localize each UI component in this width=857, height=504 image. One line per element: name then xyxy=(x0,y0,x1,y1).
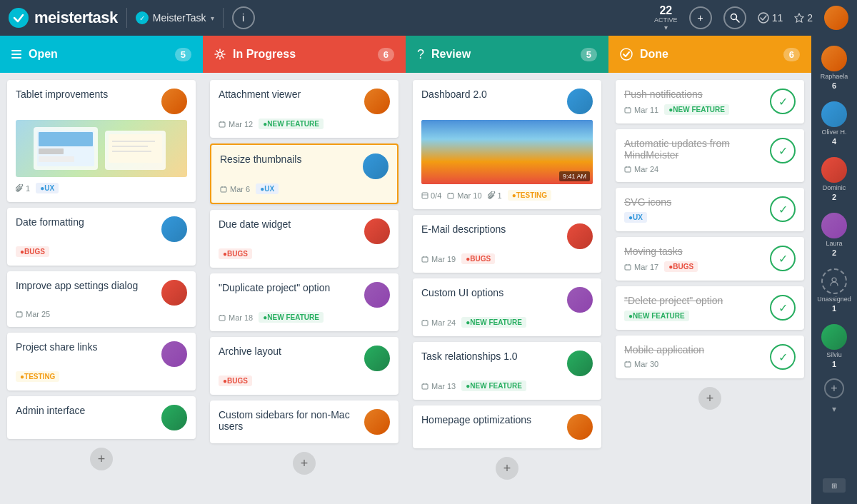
card-title: Tablet improvements xyxy=(16,89,156,100)
card-title: Admin interface xyxy=(16,405,156,416)
card-attachment: 1 xyxy=(16,184,30,193)
svg-rect-10 xyxy=(109,134,162,163)
column-open: Open 5 Tablet improvements xyxy=(0,36,203,504)
card-tag: ●BUGS xyxy=(219,376,252,386)
card-archive-layout[interactable]: Archive layout ●BUGS xyxy=(210,337,399,395)
card-push-notifications[interactable]: Push notifications Mar 11 ●NEW FEATURE ✓ xyxy=(616,80,804,124)
sidebar-add-user-button[interactable]: + xyxy=(824,378,844,398)
card-delete-project[interactable]: "Delete project" option ●NEW FEATURE ✓ xyxy=(616,286,804,330)
card-title: Resize thumbnails xyxy=(220,153,357,165)
tasks-count[interactable]: 11 xyxy=(758,12,783,24)
card-svg-icons[interactable]: SVG icons ●UX ✓ xyxy=(616,188,804,231)
card-attachment: 1 xyxy=(488,191,502,200)
svg-point-17 xyxy=(218,52,222,56)
card-homepage-optimizations[interactable]: Homepage optimizations xyxy=(413,405,601,448)
add-open-card-button[interactable]: + xyxy=(90,448,113,470)
kanban-board: Open 5 Tablet improvements xyxy=(0,36,811,504)
add-inprogress-card-button[interactable]: + xyxy=(293,452,316,475)
card-title: "Delete project" option xyxy=(624,295,770,306)
svg-point-54 xyxy=(832,278,836,282)
card-date: Mar 17 xyxy=(624,263,658,271)
card-title: Task relationships 1.0 xyxy=(421,351,561,362)
active-count: 22 ACTIVE ▾ xyxy=(654,5,678,31)
card-title: Date formatting xyxy=(16,216,156,228)
card-custom-ui[interactable]: Custom UI options Mar 24 ●NEW FEATURE xyxy=(413,278,601,336)
card-title: Improve app settings dialog xyxy=(16,280,156,291)
card-mobile-application[interactable]: Mobile application Mar 30 ✓ xyxy=(616,336,804,378)
sidebar-user-raphaela[interactable]: Raphaela 6 xyxy=(818,41,851,94)
card-title: Mobile application xyxy=(624,344,770,356)
column-done: Done 6 Push notifications Mar 11 xyxy=(608,36,811,504)
column-inprogress-count: 6 xyxy=(378,48,394,61)
card-project-share[interactable]: Project share links ●TESTING xyxy=(7,333,196,390)
sidebar-bottom-icon[interactable]: ⊞ xyxy=(823,478,846,493)
card-date-formatting[interactable]: Date formatting ●BUGS xyxy=(7,208,196,266)
card-moving-tasks[interactable]: Moving tasks Mar 17 ●BUGS ✓ xyxy=(616,237,804,281)
sidebar-avatar-laura xyxy=(821,213,847,238)
card-resize-thumbnails[interactable]: Resize thumbnails Mar 6 ●UX xyxy=(210,143,399,204)
column-open-count: 5 xyxy=(175,48,191,61)
card-tag: ●BUGS xyxy=(219,248,252,259)
card-admin-interface[interactable]: Admin interface xyxy=(7,396,196,439)
user-avatar[interactable] xyxy=(824,6,848,30)
sidebar-count-laura: 2 xyxy=(832,248,836,257)
sidebar-user-dominic[interactable]: Dominic 2 xyxy=(818,153,850,206)
card-date: Mar 24 xyxy=(624,165,658,173)
column-done-title: Done xyxy=(640,48,668,61)
card-avatar xyxy=(161,405,187,430)
gear-icon xyxy=(214,49,226,60)
stars-count[interactable]: 2 xyxy=(794,12,813,24)
card-title: Due date widget xyxy=(219,218,359,230)
add-button[interactable]: + xyxy=(689,6,712,29)
card-task-relationships[interactable]: Task relationships 1.0 Mar 13 ●NEW FEATU… xyxy=(413,342,601,400)
column-inprogress-body: Attachment viewer Mar 12 ●NEW FEATURE Re… xyxy=(203,73,406,504)
sidebar-user-oliver[interactable]: Oliver H. 4 xyxy=(818,97,850,150)
card-avatar xyxy=(161,216,187,242)
card-title: "Duplicate project" option xyxy=(219,282,359,293)
search-button[interactable] xyxy=(723,6,746,29)
svg-rect-48 xyxy=(625,265,631,270)
card-tag: ●BUGS xyxy=(461,253,495,264)
card-attachment-viewer[interactable]: Attachment viewer Mar 12 ●NEW FEATURE xyxy=(210,80,399,138)
sidebar-user-unassigned[interactable]: Unassigned 1 xyxy=(814,264,854,317)
card-tag: ●NEW FEATURE xyxy=(624,311,689,321)
card-tag: ●NEW FEATURE xyxy=(461,317,526,328)
card-duplicate-project[interactable]: "Duplicate project" option Mar 18 ●NEW F… xyxy=(210,273,399,331)
card-avatar xyxy=(567,414,593,440)
card-date: Mar 10 xyxy=(447,191,481,200)
sidebar-collapse-icon[interactable]: ▾ xyxy=(832,404,836,414)
card-avatar xyxy=(363,153,389,179)
card-tag: ●NEW FEATURE xyxy=(259,312,324,323)
card-due-date-widget[interactable]: Due date widget ●BUGS xyxy=(210,210,399,268)
column-inprogress: In Progress 6 Attachment viewer Mar 12 ●… xyxy=(203,36,406,504)
svg-rect-29 xyxy=(448,193,453,198)
info-button[interactable]: i xyxy=(232,6,255,29)
add-done-card-button[interactable]: + xyxy=(698,387,721,410)
sidebar-unassigned-icon xyxy=(821,268,847,294)
sidebar-user-laura[interactable]: Laura 2 xyxy=(818,208,850,261)
card-custom-sidebars[interactable]: Custom sidebars for non-Mac users xyxy=(210,400,399,443)
project-selector[interactable]: ✓ MeisterTask ▾ xyxy=(136,11,214,24)
card-tag: ●TESTING xyxy=(508,190,551,201)
card-auto-updates[interactable]: Automatic updates from MindMeister Mar 2… xyxy=(616,129,804,182)
svg-rect-18 xyxy=(219,122,225,127)
svg-marker-3 xyxy=(795,14,803,22)
column-done-header: Done 6 xyxy=(608,36,811,73)
card-email-descriptions[interactable]: E-Mail descriptions Mar 19 ●BUGS xyxy=(413,215,601,273)
done-check-icon: ✓ xyxy=(770,89,796,114)
app-logo xyxy=(9,8,29,28)
card-dashboard[interactable]: Dashboard 2.0 9:41 AM 0/4 xyxy=(413,80,601,209)
done-check-icon: ✓ xyxy=(770,138,796,163)
nav-divider xyxy=(126,8,127,28)
card-app-settings[interactable]: Improve app settings dialog Mar 25 xyxy=(7,271,196,327)
card-avatar xyxy=(161,341,187,367)
card-date: Mar 24 xyxy=(421,318,456,327)
add-review-card-button[interactable]: + xyxy=(496,457,518,480)
card-tablet-improvements[interactable]: Tablet improvements xyxy=(7,80,196,202)
card-tag: ●NEW FEATURE xyxy=(664,104,729,115)
card-avatar xyxy=(161,89,187,114)
card-title: Automatic updates from MindMeister xyxy=(624,138,770,161)
card-date: Mar 11 xyxy=(624,106,658,114)
sidebar-user-silviu[interactable]: Silviu 1 xyxy=(818,320,850,373)
card-avatar xyxy=(364,346,390,371)
